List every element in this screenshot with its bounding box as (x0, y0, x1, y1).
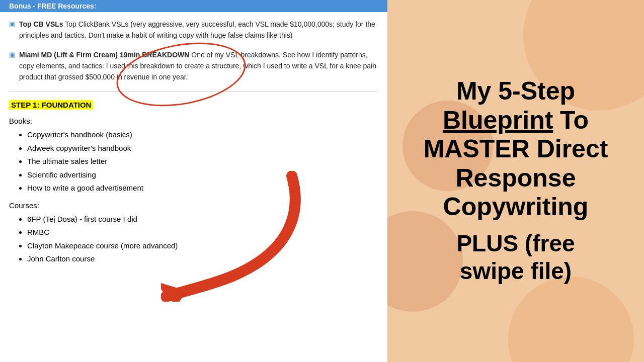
list-item: 6FP (Tej Dosa) - first course I did (27, 214, 378, 225)
right-panel: My 5-Step Blueprint To MASTER Direct Res… (387, 0, 644, 362)
title-to: To (560, 106, 589, 134)
plus-text: PLUS (free swipe file) (424, 230, 608, 285)
title-response: Response (456, 164, 576, 192)
list-item: Scientific advertising (27, 169, 378, 181)
books-list: Copywriter's handbook (basics) Adweek co… (9, 129, 378, 194)
list-item: Copywriter's handbook (basics) (27, 129, 378, 141)
title-blueprint: Blueprint (443, 106, 553, 134)
resource-item-1: ▣ Top CB VSLs Top ClickBank VSLs (very a… (9, 19, 378, 41)
title-copywriting: Copywriting (443, 193, 589, 221)
resource-item-2: ▣ Miami MD (Lift & Firm Cream) 19min BRE… (9, 50, 378, 82)
resource-text-1: Top CB VSLs Top ClickBank VSLs (very agg… (19, 19, 378, 41)
right-content: My 5-Step Blueprint To MASTER Direct Res… (409, 67, 623, 295)
left-panel: Bonus - FREE Resources: ▣ Top CB VSLs To… (0, 0, 387, 362)
resource-title-2: Miami MD (Lift & Firm Cream) 19min BREAK… (19, 51, 189, 59)
title-master: MASTER Direct (424, 135, 608, 163)
divider (9, 92, 378, 92)
main-title: My 5-Step Blueprint To MASTER Direct Res… (424, 77, 608, 222)
resource-text-2: Miami MD (Lift & Firm Cream) 19min BREAK… (19, 50, 378, 82)
title-my: My 5-Step (456, 77, 575, 105)
list-item: Clayton Makepeace course (more advanced) (27, 240, 378, 252)
resource-body-1: Top ClickBank VSLs (very aggressive, ver… (19, 20, 375, 39)
top-banner-text: Bonus - FREE Resources: (9, 2, 96, 10)
list-item: The ultimate sales letter (27, 156, 378, 167)
resource-icon-2: ▣ (9, 51, 15, 58)
courses-title: Courses: (9, 201, 378, 210)
list-item: How to write a good advertisement (27, 183, 378, 194)
resource-title-1: Top CB VSLs (19, 20, 63, 28)
plus-line2: swipe file) (460, 258, 572, 284)
resource-icon-1: ▣ (9, 20, 15, 28)
step-label: STEP 1: FOUNDATION (9, 100, 93, 110)
list-item: John Carlton course (27, 253, 378, 265)
svg-marker-0 (161, 287, 186, 302)
courses-list: 6FP (Tej Dosa) - first course I did RMBC… (9, 214, 378, 265)
plus-line1: PLUS (free (456, 230, 575, 256)
top-banner: Bonus - FREE Resources: (0, 0, 387, 12)
list-item: Adweek copywriter's handbook (27, 143, 378, 154)
books-title: Books: (9, 117, 378, 125)
list-item: RMBC (27, 227, 378, 238)
